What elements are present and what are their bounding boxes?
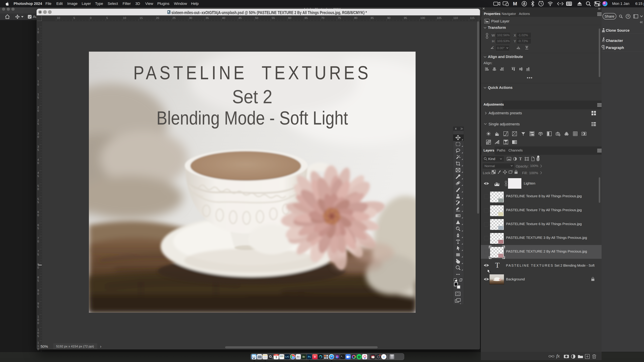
svg-text:?: ? — [627, 15, 629, 18]
svg-text:M: M — [513, 1, 517, 6]
svg-text:PSD: PSD — [168, 12, 170, 14]
